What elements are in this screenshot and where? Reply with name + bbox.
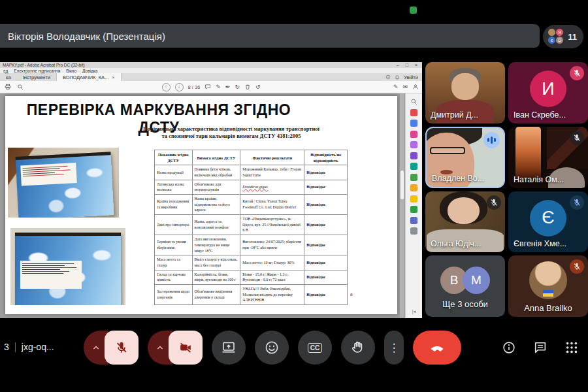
smiley-icon xyxy=(264,340,280,355)
search-icon[interactable] xyxy=(17,84,24,90)
menu-item[interactable]: ед xyxy=(3,69,8,73)
tile-natalia[interactable]: Наталія Ом... xyxy=(508,127,588,188)
blue-squid-box xyxy=(15,233,121,305)
tile-anna[interactable]: Anna Brailko xyxy=(508,255,588,317)
tab-document[interactable]: ВОЛОДАВЧИК_КА... × xyxy=(56,73,122,81)
box-label xyxy=(20,163,76,186)
acrobat-tabbar: ка Інструменти ВОЛОДАВЧИК_КА... × Увійти xyxy=(0,73,422,81)
export-pdf-tool-icon[interactable] xyxy=(410,109,417,116)
table-cell: УВАГА!!! Риба, Ракоподібні, Молюски вход… xyxy=(240,284,304,304)
table-row: Маса нетто та глазурВміст глазурі у відс… xyxy=(155,255,348,270)
edit-pdf-tool-icon[interactable] xyxy=(410,120,417,127)
protect-tool-icon[interactable] xyxy=(410,217,417,224)
rotate-icon[interactable]: ↻ xyxy=(235,84,240,90)
participants-pill[interactable]: ЯєD 11 xyxy=(543,25,583,48)
tile-evgenia[interactable]: Є Євгенія Хме... xyxy=(508,191,588,253)
menu-item-help[interactable]: Довідка xyxy=(82,69,97,73)
info-icon[interactable] xyxy=(385,74,391,80)
tab-close-icon[interactable]: × xyxy=(112,74,114,80)
organize-pages-tool-icon[interactable] xyxy=(410,174,417,181)
chat-button[interactable] xyxy=(533,340,547,355)
raise-hand-button[interactable] xyxy=(341,331,375,365)
zoom-tool-icon[interactable] xyxy=(410,98,417,105)
more-tools-tool-icon[interactable] xyxy=(410,227,417,235)
table-header-cell: Вимога згідно ДСТУ xyxy=(192,150,240,165)
table-cell: Відповідає xyxy=(304,180,348,194)
create-pdf-tool-icon[interactable] xyxy=(410,131,417,138)
tab-home[interactable]: ка xyxy=(0,73,17,81)
participant-name: Наталія Ом... xyxy=(514,175,564,184)
camera-off-button[interactable] xyxy=(169,331,203,365)
more-options-button[interactable]: ⋮ xyxy=(384,331,404,365)
bell-icon[interactable] xyxy=(395,74,400,80)
table-header-cell: Відповідність/не відповідність xyxy=(304,150,348,165)
comment-icon[interactable] xyxy=(204,84,211,90)
fill-sign-tool-icon[interactable] xyxy=(410,152,417,159)
table-cell: Виготовлено: 24/07/2025; зберігати при -… xyxy=(240,235,304,255)
acrobat-menubar: ед Електронне підписання Вікно Довідка xyxy=(0,68,422,73)
table-cell: Відповідає xyxy=(304,270,348,284)
maximize-button[interactable]: □ xyxy=(404,63,410,67)
cc-label: CC xyxy=(308,343,322,353)
table-cell: Повинна бути чіткою, включати вид обробк… xyxy=(192,165,240,180)
print-icon[interactable] xyxy=(5,84,11,90)
comment-tool-icon[interactable] xyxy=(410,141,417,148)
table-cell: Білки - 15,0 г; Жири - 1,3 г; Вуглеводи … xyxy=(240,270,304,284)
table-cell: Латинська назва молюска xyxy=(155,180,193,194)
table-header-cell: Показник згідно ДСТУ xyxy=(155,150,193,165)
table-cell: Калорійність, білки, жири, вуглеводи на … xyxy=(192,270,240,284)
table-cell: Морожений Кальмар, туби / Frozen Squid T… xyxy=(240,165,304,180)
page-up-button[interactable]: ↑ xyxy=(162,83,171,91)
phone-down-icon xyxy=(429,339,446,356)
compress-pdf-tool-icon[interactable] xyxy=(410,184,417,191)
combine-files-tool-icon[interactable] xyxy=(410,163,417,170)
vertical-scrollbar[interactable] xyxy=(400,93,404,318)
tile-more-people[interactable]: B M Ще 3 особи xyxy=(425,255,505,317)
tile-olga[interactable]: Ольга Юдіч... xyxy=(425,191,505,253)
acrobat-window-title: МАРКУ.pdf - Adobe Acrobat Pro DC (32-bit… xyxy=(3,63,85,67)
share-pen-icon[interactable]: ✎ xyxy=(393,84,399,90)
end-call-button[interactable] xyxy=(413,331,461,365)
meeting-details-button[interactable] xyxy=(502,340,516,355)
undo-icon[interactable]: ↺ xyxy=(255,84,261,90)
person-icon[interactable] xyxy=(412,84,419,90)
stamp-tool-icon[interactable] xyxy=(410,195,417,203)
minimize-button[interactable]: – xyxy=(395,63,401,67)
tile-dmitry[interactable]: Дмитрий Д... xyxy=(425,62,505,123)
send-for-review-tool-icon[interactable] xyxy=(410,206,417,213)
page-indicator[interactable]: 8 / 16 xyxy=(188,84,201,90)
close-button[interactable]: × xyxy=(413,63,419,67)
page-down-button[interactable]: ↓ xyxy=(175,83,184,91)
call-controls: CC ⋮ xyxy=(84,331,461,365)
pencil-icon[interactable]: ✎ xyxy=(216,84,221,90)
participant-name: Ольга Юдіч... xyxy=(431,239,481,248)
participants-count: 11 xyxy=(568,32,577,42)
table-row: Склад та харчова цінністьКалорійність, б… xyxy=(155,270,348,284)
table-cell: Китай / China; Yantai Taiyu Foodstuff Co… xyxy=(240,195,304,215)
panel-collapse-icon[interactable]: |◂ xyxy=(412,309,416,314)
tile-vladlen[interactable]: Владлен Во... xyxy=(425,127,505,188)
trash-icon[interactable] xyxy=(244,84,251,90)
menu-item-esign[interactable]: Електронне підписання xyxy=(14,69,60,73)
camera-off-icon xyxy=(178,340,193,355)
activities-button[interactable] xyxy=(564,340,579,355)
present-button[interactable] xyxy=(212,331,246,365)
tile-ivan[interactable]: И Іван Скребе... xyxy=(508,62,588,123)
menu-item-window[interactable]: Вікно xyxy=(66,69,76,73)
captions-button[interactable]: CC xyxy=(298,331,332,365)
table-cell: Обов'язкове виділення алергенів у складі xyxy=(192,284,240,304)
brown-avatar: D xyxy=(555,36,564,44)
reactions-button[interactable] xyxy=(255,331,289,365)
sign-in-link[interactable]: Увійти xyxy=(404,74,418,80)
extension-dot-icon xyxy=(410,7,417,14)
table-row: Латинська назва молюскаОбов'язкова для м… xyxy=(155,180,348,194)
meeting-panel-icons xyxy=(502,340,579,355)
scrollbar-thumb[interactable] xyxy=(400,171,404,199)
sign-pen-icon[interactable]: ✒ xyxy=(225,84,231,90)
envelope-icon[interactable]: ✉ xyxy=(402,84,408,90)
present-screen-icon xyxy=(221,340,237,355)
mic-off-icon xyxy=(114,340,129,355)
tab-tools[interactable]: Інструменти xyxy=(17,73,56,81)
presenter-name: Вікторія Володавчик (Презентація) xyxy=(8,31,165,42)
mic-mute-button[interactable] xyxy=(105,331,139,365)
